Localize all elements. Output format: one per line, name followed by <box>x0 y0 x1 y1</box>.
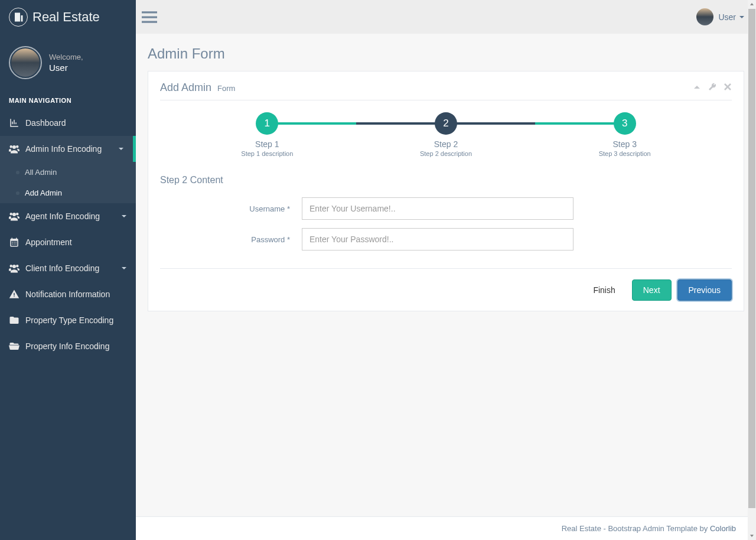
next-button[interactable]: Next <box>632 279 672 301</box>
vertical-scrollbar[interactable] <box>748 0 756 540</box>
panel-subtitle: Form <box>217 84 235 93</box>
topbar: User <box>136 0 756 34</box>
sidebar-item-label: Dashboard <box>25 118 66 128</box>
username-label: Username * <box>160 204 302 213</box>
sidebar-item-label: Client Info Encoding <box>25 264 99 273</box>
brand-logo[interactable]: Real Estate <box>0 0 136 34</box>
username-input[interactable] <box>302 197 573 220</box>
sidebar-item-label: Property Type Encoding <box>25 315 113 325</box>
step-label: Step 3 <box>535 139 714 149</box>
chevron-down-icon <box>118 146 124 152</box>
panel-add-admin: Add Admin Form 1 Step 1 Step 1 descripti… <box>148 71 744 311</box>
sidebar-item-agent-info[interactable]: Agent Info Encoding <box>0 203 136 229</box>
step-label: Step 1 <box>178 139 357 149</box>
brand-text: Real Estate <box>32 9 100 25</box>
wizard-actions: Finish Next Previous <box>160 279 732 301</box>
step-desc: Step 3 description <box>535 150 714 157</box>
step-label: Step 2 <box>357 139 536 149</box>
panel-title: Add Admin <box>160 82 211 94</box>
user-menu-label: User <box>718 12 736 22</box>
folder-open-icon <box>9 341 19 352</box>
profile-username: User <box>49 63 83 73</box>
wizard-step-2[interactable]: 2 Step 2 Step 2 description <box>357 112 536 157</box>
sidebar-item-property-info[interactable]: Property Info Encoding <box>0 333 136 359</box>
users-icon <box>9 144 19 154</box>
footer-text: Real Estate - Bootstrap Admin Template b… <box>562 524 710 533</box>
wrench-icon[interactable] <box>708 83 716 91</box>
previous-button[interactable]: Previous <box>677 279 732 301</box>
sidebar-item-client-info[interactable]: Client Info Encoding <box>0 255 136 281</box>
folder-icon <box>9 315 19 326</box>
chevron-down-icon <box>121 265 127 271</box>
wizard-steps: 1 Step 1 Step 1 description 2 Step 2 Ste… <box>178 112 714 157</box>
calendar-icon <box>9 237 19 248</box>
divider <box>160 268 732 269</box>
scroll-down-arrow-icon[interactable] <box>748 532 756 540</box>
sidebar-item-property-type[interactable]: Property Type Encoding <box>0 307 136 333</box>
step-desc: Step 1 description <box>178 150 357 157</box>
sidebar-subitem-label: Add Admin <box>25 188 62 197</box>
scrollbar-thumb[interactable] <box>748 9 755 508</box>
scroll-up-arrow-icon[interactable] <box>748 0 756 8</box>
page-title: Admin Form <box>148 45 744 62</box>
form-section-title: Step 2 Content <box>160 175 732 186</box>
sidebar: Real Estate Welcome, User MAIN NAVIGATIO… <box>0 0 136 540</box>
avatar-icon <box>696 8 713 25</box>
nav-section-header: MAIN NAVIGATION <box>0 85 136 110</box>
footer-link[interactable]: Colorlib <box>710 524 736 533</box>
sidebar-item-label: Notification Information <box>25 289 110 299</box>
main-content: User Admin Form Add Admin Form <box>136 0 756 540</box>
sidebar-item-label: Agent Info Encoding <box>25 212 100 221</box>
step-number: 2 <box>435 112 457 135</box>
users-icon <box>9 211 19 222</box>
sidebar-subitem-label: All Admin <box>25 168 57 177</box>
caret-down-icon <box>739 16 744 18</box>
sidebar-item-admin-info[interactable]: Admin Info Encoding <box>0 136 136 162</box>
step-number: 1 <box>256 112 278 135</box>
close-icon[interactable] <box>724 83 732 91</box>
password-label: Password * <box>160 235 302 244</box>
password-input[interactable] <box>302 228 573 251</box>
sidebar-item-notification[interactable]: Notification Information <box>0 281 136 307</box>
step-bar <box>446 122 625 125</box>
sidebar-item-label: Property Info Encoding <box>25 341 109 351</box>
panel-header: Add Admin Form <box>160 82 732 100</box>
sidebar-subitem-add-admin[interactable]: Add Admin <box>0 183 136 203</box>
profile-block: Welcome, User <box>0 34 136 85</box>
sidebar-item-label: Admin Info Encoding <box>25 144 102 154</box>
step-bar <box>267 122 446 125</box>
step-number: 3 <box>614 112 636 135</box>
sidebar-item-label: Appointment <box>25 238 72 247</box>
chevron-down-icon <box>121 213 127 219</box>
sidebar-submenu-admin: All Admin Add Admin <box>0 162 136 203</box>
form-step-2: Step 2 Content Username * Password * <box>160 175 732 251</box>
user-menu[interactable]: User <box>696 8 744 25</box>
sidebar-item-dashboard[interactable]: Dashboard <box>0 110 136 136</box>
step-desc: Step 2 description <box>357 150 536 157</box>
sidebar-item-appointment[interactable]: Appointment <box>0 229 136 255</box>
bar-chart-icon <box>9 118 19 128</box>
sidebar-subitem-all-admin[interactable]: All Admin <box>0 162 136 183</box>
users-icon <box>9 263 19 274</box>
wizard-step-3[interactable]: 3 Step 3 Step 3 description <box>535 112 714 157</box>
hamburger-icon[interactable] <box>142 11 157 23</box>
wizard-step-1[interactable]: 1 Step 1 Step 1 description <box>178 112 357 157</box>
chevron-up-icon[interactable] <box>693 83 701 91</box>
footer: Real Estate - Bootstrap Admin Template b… <box>136 516 748 540</box>
welcome-label: Welcome, <box>49 53 83 61</box>
finish-button[interactable]: Finish <box>582 280 625 300</box>
warning-icon <box>9 289 19 300</box>
avatar <box>9 46 42 79</box>
building-icon <box>9 8 28 27</box>
